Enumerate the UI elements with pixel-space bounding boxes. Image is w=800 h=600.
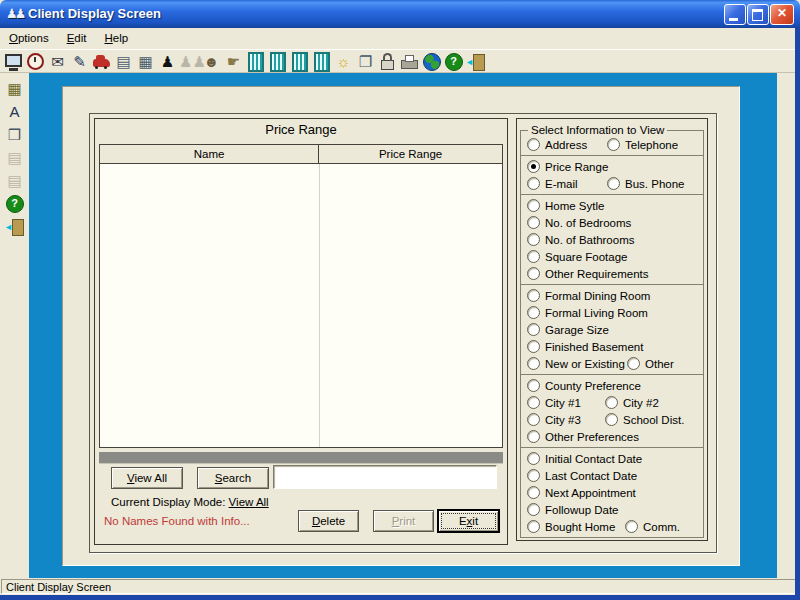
radio-school-dist[interactable]: School Dist. (605, 411, 684, 428)
hand-pointer-icon[interactable]: ☛ (223, 51, 244, 72)
radio-button-selected[interactable] (527, 160, 540, 173)
radio-button[interactable] (605, 396, 618, 409)
home-door-icon-3[interactable] (289, 51, 310, 72)
radio-square-footage[interactable]: Square Footage (527, 248, 627, 265)
search-input[interactable] (273, 465, 497, 489)
help-icon[interactable] (4, 193, 25, 214)
radio-button[interactable] (627, 357, 640, 370)
exit-icon[interactable] (4, 216, 25, 237)
radio-button[interactable] (527, 379, 540, 392)
radio-button[interactable] (527, 177, 540, 190)
column-header-name[interactable]: Name (100, 145, 319, 164)
exit-button[interactable]: Exit (438, 510, 499, 532)
radio-button[interactable] (625, 520, 638, 533)
clients-disabled-icon[interactable]: ♟♟ (179, 51, 200, 72)
radio-button[interactable] (607, 177, 620, 190)
notes-icon[interactable]: ▤ (113, 51, 134, 72)
report-disabled-icon-2[interactable]: ▤ (4, 170, 25, 191)
radio-other[interactable]: Other (627, 355, 674, 372)
minimize-button[interactable] (724, 4, 746, 25)
table-body[interactable] (100, 164, 502, 447)
radio-button[interactable] (527, 430, 540, 443)
radio-bought-home[interactable]: Bought Home (527, 518, 615, 535)
radio-button[interactable] (527, 452, 540, 465)
radio-button[interactable] (527, 306, 540, 319)
maximize-button[interactable] (747, 4, 769, 25)
radio-next-appointment[interactable]: Next Appointment (527, 484, 636, 501)
radio-button[interactable] (527, 520, 540, 533)
radio-new-or-existing[interactable]: New or Existing (527, 355, 625, 372)
radio-city-2[interactable]: City #2 (605, 394, 659, 411)
radio-no-of-bedrooms[interactable]: No. of Bedrooms (527, 214, 631, 231)
radio-telephone[interactable]: Telephone (607, 136, 678, 153)
lock-icon[interactable] (377, 51, 398, 72)
radio-followup-date[interactable]: Followup Date (527, 501, 619, 518)
clock-icon[interactable] (25, 51, 46, 72)
clipboard-icon[interactable]: ❒ (4, 124, 25, 145)
radio-button[interactable] (527, 413, 540, 426)
client-icon[interactable]: ♟ (157, 51, 178, 72)
radio-button[interactable] (527, 250, 540, 263)
mail-icon[interactable]: ✉ (47, 51, 68, 72)
radio-formal-dining-room[interactable]: Formal Dining Room (527, 287, 650, 304)
radio-comm[interactable]: Comm. (625, 518, 680, 535)
radio-formal-living-room[interactable]: Formal Living Room (527, 304, 648, 321)
menu-item-options[interactable]: Options (0, 28, 58, 44)
help-icon[interactable] (443, 51, 464, 72)
radio-button[interactable] (527, 396, 540, 409)
contact-face-icon[interactable]: ☻ (201, 51, 222, 72)
radio-e-mail[interactable]: E-mail (527, 175, 578, 192)
radio-button[interactable] (527, 357, 540, 370)
report-disabled-icon-1[interactable]: ▤ (4, 147, 25, 168)
radio-button[interactable] (527, 469, 540, 482)
search-button[interactable]: Search (197, 467, 269, 489)
radio-initial-contact-date[interactable]: Initial Contact Date (527, 450, 642, 467)
radio-bus-phone[interactable]: Bus. Phone (607, 175, 684, 192)
radio-no-of-bathrooms[interactable]: No. of Bathrooms (527, 231, 634, 248)
radio-button[interactable] (527, 199, 540, 212)
globe-icon[interactable] (421, 51, 442, 72)
menu-item-help[interactable]: Help (95, 28, 137, 44)
radio-other-preferences[interactable]: Other Preferences (527, 428, 639, 445)
close-button[interactable] (770, 4, 794, 25)
font-icon[interactable]: A (4, 101, 25, 122)
radio-finished-basement[interactable]: Finished Basement (527, 338, 643, 355)
horizontal-scrollbar[interactable] (99, 452, 503, 464)
radio-button[interactable] (527, 340, 540, 353)
radio-home-sytle[interactable]: Home Sytle (527, 197, 604, 214)
exit-icon[interactable] (465, 51, 486, 72)
home-door-icon-4[interactable] (311, 51, 332, 72)
menu-item-edit[interactable]: Edit (58, 28, 96, 44)
radio-county-preference[interactable]: County Preference (527, 377, 641, 394)
lightbulb-icon[interactable]: ☼ (333, 51, 354, 72)
radio-button[interactable] (527, 323, 540, 336)
radio-garage-size[interactable]: Garage Size (527, 321, 609, 338)
photo-document-icon[interactable]: ▦ (135, 51, 156, 72)
radio-last-contact-date[interactable]: Last Contact Date (527, 467, 637, 484)
radio-button[interactable] (527, 289, 540, 302)
compose-note-icon[interactable]: ✎ (69, 51, 90, 72)
radio-button[interactable] (527, 486, 540, 499)
home-door-icon-1[interactable] (245, 51, 266, 72)
radio-button[interactable] (607, 138, 620, 151)
radio-price-range[interactable]: Price Range (527, 158, 608, 175)
radio-other-requirements[interactable]: Other Requirements (527, 265, 649, 282)
home-door-icon-2[interactable] (267, 51, 288, 72)
radio-button[interactable] (527, 216, 540, 229)
computer-icon[interactable] (3, 51, 24, 72)
radio-button[interactable] (605, 413, 618, 426)
radio-button[interactable] (527, 503, 540, 516)
delete-button[interactable]: Delete (298, 510, 359, 532)
grid-icon[interactable]: ▦ (4, 78, 25, 99)
view-all-button[interactable]: View All (111, 467, 183, 489)
radio-address[interactable]: Address (527, 136, 587, 153)
column-header-price-range[interactable]: Price Range (319, 145, 502, 164)
page-turn-icon[interactable]: ❐ (355, 51, 376, 72)
radio-button[interactable] (527, 233, 540, 246)
printer-icon[interactable] (399, 51, 420, 72)
radio-button[interactable] (527, 138, 540, 151)
car-icon[interactable] (91, 51, 112, 72)
radio-city-1[interactable]: City #1 (527, 394, 581, 411)
radio-button[interactable] (527, 267, 540, 280)
radio-city-3[interactable]: City #3 (527, 411, 581, 428)
